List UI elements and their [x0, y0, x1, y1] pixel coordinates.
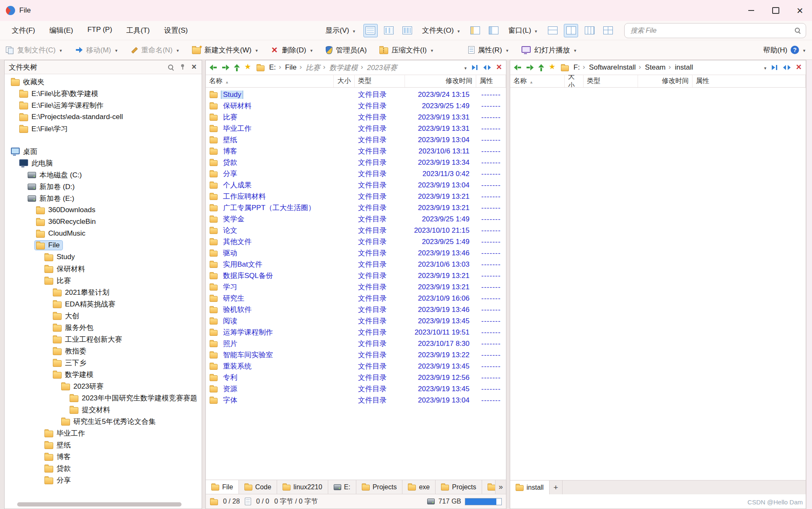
- tree-item[interactable]: 提交材料: [5, 404, 202, 416]
- toolbar-move-button[interactable]: 移动(M): [75, 45, 118, 55]
- new-tab-button[interactable]: [550, 480, 563, 494]
- tab[interactable]: install: [510, 480, 550, 494]
- column-header-modified[interactable]: 修改时间: [405, 75, 476, 87]
- tree-item[interactable]: 保研材料: [5, 263, 202, 275]
- menu-item[interactable]: 设置(S): [158, 23, 194, 38]
- pause-navigation-icon[interactable]: [772, 65, 778, 70]
- file-row[interactable]: 毕业工作文件目录2023/9/19 13:31-------: [206, 123, 506, 134]
- breadcrumb-item[interactable]: 数学建模: [329, 63, 358, 73]
- tree-item[interactable]: 本地磁盘 (C:): [5, 169, 202, 181]
- tab[interactable]: linux2210: [277, 480, 328, 494]
- column-header-size[interactable]: 大小: [334, 75, 355, 87]
- toolbar-zip-button[interactable]: 压缩文件(I): [379, 45, 434, 55]
- tree-item[interactable]: 2023年中国研究生数学建模竞赛赛题: [5, 392, 202, 404]
- column-header-modified[interactable]: 修改时间: [638, 75, 693, 87]
- tree-close-icon[interactable]: [192, 64, 197, 70]
- tree-item[interactable]: 360RecycleBin: [5, 216, 202, 228]
- tree-item[interactable]: CloudMusic: [5, 228, 202, 239]
- file-row[interactable]: 数据库SQL备份文件目录2023/9/19 13:21-------: [206, 270, 506, 281]
- folder-panel-toggle-button[interactable]: [486, 24, 501, 37]
- breadcrumb-dropdown-icon[interactable]: [763, 64, 767, 71]
- help-button[interactable]: 帮助(H): [763, 45, 806, 55]
- layout-columns-button[interactable]: [582, 24, 597, 37]
- file-row[interactable]: 验机软件文件目录2023/9/19 13:46-------: [206, 304, 506, 315]
- file-row[interactable]: 个人成果文件目录2023/9/19 13:04-------: [206, 179, 506, 191]
- breadcrumb-item[interactable]: 比赛: [306, 63, 320, 73]
- column-header-name[interactable]: 名称: [206, 75, 334, 87]
- panel-splitter[interactable]: [202, 60, 205, 509]
- back-button[interactable]: [514, 65, 521, 70]
- up-button[interactable]: [234, 64, 240, 71]
- breadcrumb-item[interactable]: install: [675, 63, 693, 72]
- layout-rows-button[interactable]: [545, 24, 560, 37]
- tree-item[interactable]: 教指委: [5, 345, 202, 357]
- file-row[interactable]: 资源文件目录2023/9/19 13:45-------: [206, 383, 506, 395]
- panel-splitter[interactable]: [506, 60, 510, 509]
- column-header-type[interactable]: 类型: [584, 75, 638, 87]
- file-row[interactable]: 比赛文件目录2023/9/19 13:31-------: [206, 112, 506, 123]
- breadcrumb-item[interactable]: F:: [573, 63, 580, 72]
- file-row[interactable]: 博客文件目录2023/10/6 13:11-------: [206, 145, 506, 157]
- back-button[interactable]: [210, 65, 217, 70]
- swap-panels-icon[interactable]: [483, 65, 491, 70]
- file-row[interactable]: 实用Bat文件文件目录2023/10/6 13:03-------: [206, 259, 506, 270]
- breadcrumb-item[interactable]: E:: [269, 63, 276, 72]
- column-header-attr[interactable]: 属性: [693, 75, 806, 87]
- toolbar-slideshow-button[interactable]: 幻灯片播放: [521, 45, 577, 55]
- tab[interactable]: File: [206, 480, 239, 494]
- folder-menu[interactable]: 文件夹(O): [419, 23, 464, 38]
- tree-item[interactable]: Study: [5, 251, 202, 263]
- toolbar-rename-button[interactable]: 重命名(N): [131, 45, 180, 55]
- view-thumbnails-button[interactable]: [400, 24, 415, 37]
- tree-item[interactable]: 博客: [5, 451, 202, 462]
- forward-button[interactable]: [222, 65, 229, 70]
- file-row[interactable]: 智能车间实验室文件目录2023/9/19 13:22-------: [206, 349, 506, 361]
- file-row[interactable]: 字体文件目录2023/9/19 13:04-------: [206, 395, 506, 406]
- tab-overflow-button[interactable]: [496, 480, 506, 494]
- view-details-button[interactable]: [363, 24, 378, 37]
- tab[interactable]: exe: [402, 480, 436, 494]
- file-row[interactable]: Study文件目录2023/9/24 13:15-------: [206, 89, 506, 100]
- maximize-button[interactable]: [763, 0, 788, 21]
- minimize-button[interactable]: [739, 0, 763, 21]
- tree-item[interactable]: EDA精英挑战赛: [5, 298, 202, 310]
- view-menu[interactable]: 显示(V): [322, 23, 359, 38]
- tree-item[interactable]: E:\Projects\eda-standard-cell: [5, 111, 202, 123]
- column-header-name[interactable]: 名称: [510, 75, 565, 87]
- folder-tree-toggle-button[interactable]: [468, 24, 482, 37]
- tree-item[interactable]: 工业工程创新大赛: [5, 333, 202, 345]
- file-row[interactable]: 论文文件目录2023/10/10 21:15-------: [206, 225, 506, 236]
- breadcrumb-dropdown-icon[interactable]: [464, 64, 467, 71]
- file-row[interactable]: 运筹学课程制作文件目录2023/10/11 19:51-------: [206, 327, 506, 338]
- tab[interactable]: 研: [482, 480, 496, 494]
- close-tab-icon[interactable]: [496, 64, 502, 71]
- file-row[interactable]: 照片文件目录2023/10/17 8:30-------: [206, 338, 506, 349]
- breadcrumb-item[interactable]: File: [285, 63, 296, 72]
- toolbar-admin-button[interactable]: 管理员(A): [326, 45, 367, 55]
- tree-item[interactable]: 大创: [5, 310, 202, 322]
- scrollbar-thumb[interactable]: [17, 502, 182, 506]
- forward-button[interactable]: [526, 65, 534, 70]
- tree-item[interactable]: 2021攀登计划: [5, 286, 202, 298]
- column-header-attr[interactable]: 属性: [476, 75, 506, 87]
- breadcrumb-item[interactable]: Steam: [645, 63, 666, 72]
- tree-item[interactable]: E:\File\比赛\数学建模: [5, 88, 202, 99]
- file-row[interactable]: 奖学金文件目录2023/9/25 1:49-------: [206, 213, 506, 225]
- toolbar-props-button[interactable]: 属性(R): [468, 45, 509, 55]
- file-row[interactable]: 学习文件目录2023/9/19 13:21-------: [206, 281, 506, 293]
- toolbar-delete-button[interactable]: 删除(D): [271, 45, 314, 55]
- menu-item[interactable]: 编辑(E): [44, 23, 79, 38]
- file-row[interactable]: 其他文件文件目录2023/9/25 1:49-------: [206, 236, 506, 247]
- tree-item[interactable]: 360Downloads: [5, 204, 202, 216]
- close-button[interactable]: [788, 0, 812, 21]
- file-row[interactable]: 壁纸文件目录2023/9/19 13:04-------: [206, 134, 506, 145]
- file-row[interactable]: 重装系统文件目录2023/9/19 13:45-------: [206, 361, 506, 372]
- column-header-type[interactable]: 类型: [355, 75, 405, 87]
- tree-pin-icon[interactable]: [180, 64, 186, 70]
- file-row[interactable]: 保研材料文件目录2023/9/25 1:49-------: [206, 100, 506, 112]
- tree-item[interactable]: 三下乡: [5, 357, 202, 369]
- pause-navigation-icon[interactable]: [472, 65, 478, 70]
- favorites-star-icon[interactable]: [244, 64, 252, 71]
- menu-item[interactable]: FTP (P): [81, 23, 118, 38]
- view-list-button[interactable]: [382, 24, 396, 37]
